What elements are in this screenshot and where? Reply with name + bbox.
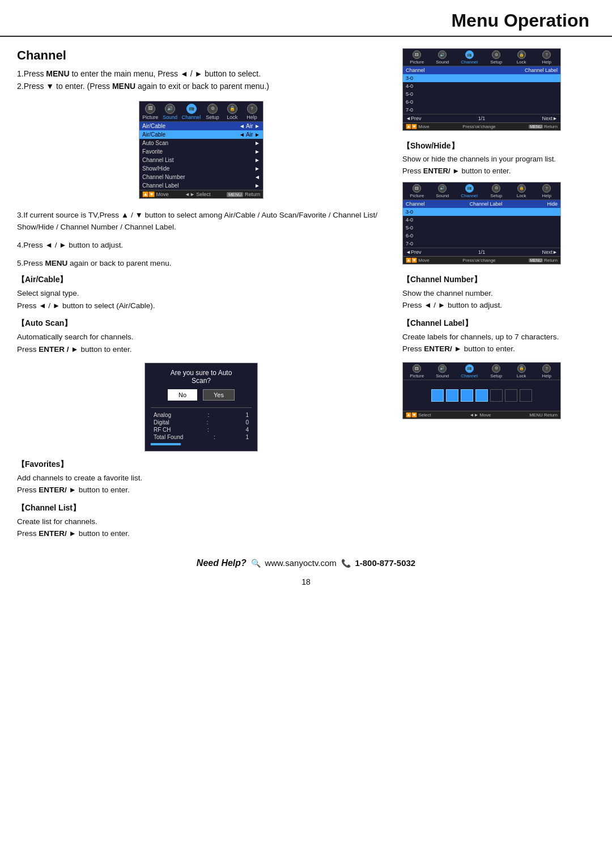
step5-text: 5.Press MENU again or back to parent men… (17, 257, 385, 270)
intro-line2: 2.Press ▼ to enter. (Press MENU again to… (17, 82, 269, 91)
main-content: Channel 1.Press MENU to enter the main m… (0, 48, 612, 547)
air-cable-body: Select signal type. Press ◄ / ► button t… (17, 287, 385, 312)
page-indicator: 1/1 (478, 116, 486, 121)
cl-icon-lock: 🔒 Lock (515, 364, 528, 378)
scan-yes-button[interactable]: Yes (203, 389, 235, 401)
auto-scan-desc2: Press ENTER / ► button to enter. (17, 345, 131, 354)
menu-row-favorite: Favorite► (139, 147, 263, 156)
label-box-2 (446, 389, 458, 402)
sm-row-60: 6-0 (403, 98, 560, 106)
sm-menu-icon-bar: 🖼 Picture 🔊 Sound 📺 Channel ⚙ Setup (403, 49, 560, 66)
sh-selected-row: 3-0 (403, 208, 560, 216)
favorites-desc1: Add channels to create a favorite list. (17, 474, 142, 482)
icon-channel: 📺 Channel (182, 104, 201, 120)
next-btn: Next► (542, 116, 558, 121)
label-box-4 (475, 389, 488, 402)
page-footer: Need Help? 🔍 www.sanyoctv.com 📞 1-800-87… (0, 547, 612, 574)
show-hide-block: 【Show/Hide】 Show or hide the channels in… (402, 141, 595, 265)
sm-icon-setup: ⚙ Setup (490, 50, 503, 65)
sm-selected-row: 3-0 (403, 74, 560, 82)
channel-number-title: 【Channel Number】 (402, 275, 595, 285)
sm-header-row: Channel Channel Label (403, 66, 560, 74)
label-editor-boxes (403, 380, 560, 411)
icon-help: ? Help (244, 104, 260, 120)
air-cable-desc1: Select signal type. (17, 289, 79, 297)
step3-text: 3.If current source is TV,Press ▲ / ▼ bu… (17, 209, 385, 233)
cl-icon-picture: 🖼 Picture (410, 364, 424, 378)
sm-row-50: 5-0 (403, 90, 560, 98)
label-box-6 (505, 389, 517, 402)
sm-icon-lock: 🔒 Lock (515, 50, 528, 65)
channel-list-menu-sm: 🖼 Picture 🔊 Sound 📺 Channel ⚙ Setup (402, 48, 561, 131)
air-cable-title: 【Air/Cable】 (17, 275, 385, 285)
step4-text: 4.Press ◄ / ► button to adjust. (17, 239, 385, 252)
scan-result-analog: Analog:1 (151, 411, 252, 419)
channel-number-body: Show the channel number. Press ◄ / ► but… (402, 287, 595, 312)
scan-dialog-buttons: No Yes (151, 389, 252, 401)
sh-page-indicator: 1/1 (478, 249, 486, 255)
sh-prev-btn: ◄Prev (406, 249, 421, 255)
page-number: 18 (0, 574, 612, 590)
menu-row-channelnum: Channel Number◄ (139, 173, 263, 181)
auto-scan-title: 【Auto Scan】 (17, 318, 385, 329)
channel-list-desc1: Create list for channels. (17, 517, 97, 526)
scan-result-digital: Digital:0 (151, 419, 252, 426)
scan-results: Analog:1 Digital:0 RF CH:4 Total Found:1 (151, 407, 252, 445)
sh-icon-sound: 🔊 Sound (436, 184, 449, 198)
cl-icon-setup: ⚙ Setup (490, 364, 503, 378)
show-hide-desc: Show or hide the channels in your progra… (402, 154, 595, 177)
channel-label-menu-block: 🖼 Picture 🔊 Sound 📺 Channel ⚙ Setup (402, 362, 595, 419)
auto-scan-dialog: Are you sure to AutoScan? No Yes Analog:… (144, 363, 258, 452)
icon-sound: 🔊 Sound (162, 104, 178, 120)
sh-next-btn: Next► (542, 249, 558, 255)
cl-icon-help: ? Help (540, 364, 554, 378)
channel-label-desc1: Create labels for channels, up to 7 char… (402, 333, 559, 341)
prev-btn: ◄Prev (406, 116, 421, 121)
sh-icon-help: ? Help (540, 184, 554, 198)
auto-scan-desc1: Automatically search for channels. (17, 333, 134, 341)
menu-row-showhide: Show/Hide► (139, 164, 263, 173)
need-help-label: Need Help? (197, 558, 246, 568)
scan-no-button[interactable]: No (168, 389, 197, 401)
cl-icon-channel: 📺 Channel (461, 364, 478, 378)
channel-list-title: 【Channel List】 (17, 503, 385, 513)
channel-label-title: 【Channel Label】 (402, 318, 595, 329)
channel-label-body: Create labels for channels, up to 7 char… (402, 331, 595, 355)
favorites-body: Add channels to create a favorite list. … (17, 472, 385, 496)
menu-row-channellist: Channel List► (139, 156, 263, 164)
channel-label-menu-sm: 🖼 Picture 🔊 Sound 📺 Channel ⚙ Setup (402, 362, 561, 419)
label-box-3 (461, 389, 473, 402)
left-column: Channel 1.Press MENU to enter the main m… (17, 48, 385, 547)
scan-result-totalfound: Total Found:1 (151, 433, 252, 441)
channel-number-section: 【Channel Number】 Show the channel number… (402, 275, 595, 312)
menu-row-channellabel: Channel Label► (139, 181, 263, 190)
channel-number-desc2: Press ◄ / ► button to adjust. (402, 301, 502, 309)
auto-scan-section: 【Auto Scan】 Automatically search for cha… (17, 318, 385, 355)
favorites-title: 【Favorites】 (17, 459, 385, 470)
intro-text: 1.Press MENU to enter the main menu, Pre… (17, 67, 385, 93)
sh-pagination: ◄Prev 1/1 Next► (403, 248, 560, 256)
menu-footer: 🔼🔽 Move ◄► Select MENU Return (139, 190, 263, 198)
sm-footer: 🔼🔽 Move Press'ok'change MENU Return (403, 122, 560, 130)
scan-dialog-question: Are you sure to AutoScan? (151, 369, 252, 385)
favorites-section: 【Favorites】 Add channels to create a fav… (17, 459, 385, 496)
favorites-desc2: Press ENTER/ ► button to enter. (17, 486, 130, 494)
icon-lock: 🔒 Lock (224, 104, 240, 120)
auto-scan-body: Automatically search for channels. Press… (17, 331, 385, 355)
sh-row-70: 7-0 (403, 240, 560, 248)
sm-pagination: ◄Prev 1/1 Next► (403, 114, 560, 122)
cl-menu-icon-bar: 🖼 Picture 🔊 Sound 📺 Channel ⚙ Setup (403, 363, 560, 380)
menu-header-row: Air/Cable ◄ Air ► (139, 122, 263, 130)
menu-icon-bar: 🖼 Picture 🔊 Sound 📺 Channel ⚙ Setup 🔒 (139, 101, 263, 122)
intro-line1: 1.Press MENU to enter the main menu, Pre… (17, 69, 261, 78)
website-label: www.sanyoctv.com (265, 558, 336, 568)
scan-result-rfch: RF CH:4 (151, 426, 252, 433)
channel-number-desc1: Show the channel number. (402, 289, 493, 297)
label-box-5 (490, 389, 503, 402)
sm-icon-channel: 📺 Channel (461, 50, 478, 65)
menu-selected-row: Air/Cable ◄ Air ► (139, 130, 263, 139)
sh-row-40: 4-0 (403, 216, 560, 224)
label-box-7 (520, 389, 532, 402)
channel-list-desc2: Press ENTER/ ► button to enter. (17, 529, 130, 538)
sh-row-50: 5-0 (403, 224, 560, 232)
